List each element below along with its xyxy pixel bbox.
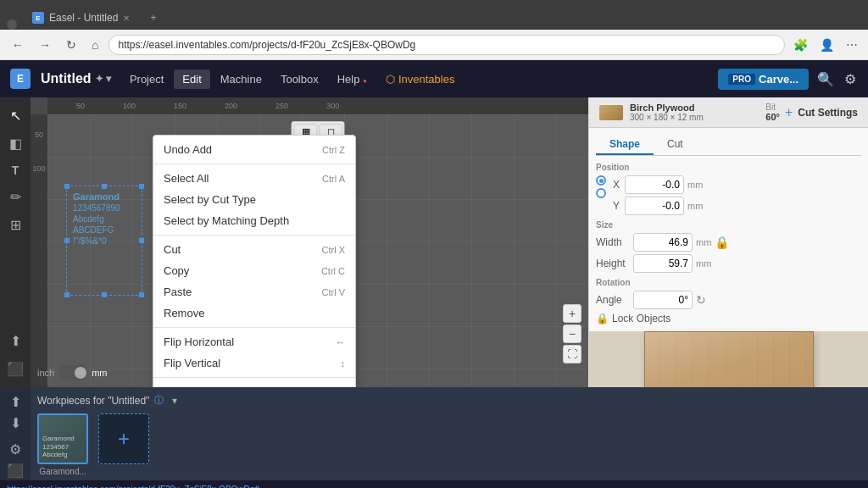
address-bar[interactable] (108, 35, 785, 55)
nav-home-button[interactable]: ⌂ (86, 35, 103, 55)
menu-select-cut-type[interactable]: Select by Cut Type (153, 189, 355, 210)
menu-remove-label: Remove (164, 307, 204, 319)
menu-sep-2 (153, 235, 355, 236)
add-material-button[interactable]: + (785, 105, 793, 120)
nav-reload-button[interactable]: ↻ (61, 35, 81, 55)
menu-flip-v[interactable]: Flip Vertical ↕ (153, 352, 355, 374)
workpiece-sidebar-icon-1[interactable]: ⬆ (10, 394, 21, 410)
menu-select-all[interactable]: Select All Ctrl A (153, 168, 355, 189)
canvas-text-element[interactable]: Garamond 1234567890 Abcdefg ABCDEFG !"/$… (73, 191, 120, 247)
menu-undo-add[interactable]: Undo Add Ctrl Z (153, 139, 355, 160)
settings-header-icon[interactable]: ⚙ (843, 69, 858, 89)
menu-select-cut-type-label: Select by Cut Type (164, 193, 256, 206)
menu-paste[interactable]: Paste Ctrl V (153, 281, 355, 302)
bit-value: 60° (765, 112, 780, 122)
sidebar-text-tool[interactable]: T (8, 160, 23, 180)
menu-sep-3 (153, 327, 355, 328)
menu-edit[interactable]: Edit (174, 69, 209, 89)
position-radio-2[interactable] (596, 188, 606, 198)
new-tab-button[interactable]: + (140, 6, 166, 30)
bit-label: Bit (765, 103, 780, 112)
menu-copy[interactable]: Copy Ctrl C (153, 260, 355, 281)
position-radio-1[interactable] (596, 175, 606, 186)
angle-label: Angle (596, 294, 630, 306)
workpiece-thumb-1[interactable]: Garamond 1234567 Abcdefg (37, 413, 88, 464)
angle-input[interactable] (633, 291, 693, 309)
menu-send-backward[interactable]: Send Backward Ctrl [ (153, 381, 355, 387)
zoom-out-button[interactable]: − (563, 324, 581, 343)
tab-close-button[interactable]: ✕ (123, 14, 130, 23)
menu-paste-label: Paste (164, 286, 192, 298)
menu-select-all-label: Select All (164, 172, 209, 185)
workpiece-info-icon[interactable]: ⓘ (154, 394, 164, 407)
width-input[interactable] (633, 233, 693, 252)
material-name: Birch Plywood (630, 103, 704, 113)
menu-send-backward-shortcut: Ctrl [ (326, 387, 345, 388)
sidebar-pen-tool[interactable]: ✏ (7, 186, 25, 208)
workpiece-sidebar-icon-4[interactable]: ⬛ (7, 463, 24, 479)
app-title: Untitled ✦ ▾ (41, 71, 111, 86)
workpiece-sidebar-icon-2[interactable]: ⬇ (10, 415, 21, 431)
add-workpiece-button[interactable]: + (98, 413, 149, 464)
search-header-icon[interactable]: 🔍 (815, 69, 836, 89)
tab-cut[interactable]: Cut (654, 135, 697, 155)
workpiece-panel: ⬆ ⬇ ⚙ ⬛ Workpieces for "Untitled" ⓘ ▾ Ga… (0, 387, 868, 480)
profile-icon[interactable]: 👤 (816, 36, 837, 53)
menu-select-all-shortcut: Ctrl A (322, 174, 345, 184)
menu-toolbox[interactable]: Toolbox (272, 69, 327, 89)
lock-objects-label: Lock Objects (612, 313, 670, 324)
width-label: Width (596, 236, 630, 248)
sidebar-import-tool[interactable]: ⬆ (7, 330, 25, 352)
menu-copy-shortcut: Ctrl C (321, 266, 345, 276)
y-position-input[interactable] (625, 197, 684, 215)
menu-select-depth[interactable]: Select by Matching Depth (153, 210, 355, 231)
workpiece-label-1: Garamond... (39, 467, 86, 476)
menu-flip-h[interactable]: Flip Horizontal ↔ (153, 331, 355, 352)
menu-select-depth-label: Select by Matching Depth (164, 214, 289, 227)
zoom-fit-button[interactable]: ⛶ (563, 345, 581, 363)
status-bar: https://easel.inventables.com/projects/d… (0, 480, 868, 488)
sidebar-cursor-tool[interactable]: ↖ (7, 104, 25, 127)
height-label: Height (596, 258, 630, 269)
menu-send-backward-label: Send Backward (164, 385, 241, 387)
tab-shape[interactable]: Shape (596, 135, 654, 155)
zoom-in-button[interactable]: + (563, 304, 581, 323)
left-sidebar: ↖ ◧ T ✏ ⊞ ⬆ ⬛ (0, 97, 31, 387)
rotation-icon[interactable]: ↻ (696, 293, 706, 307)
tab-title: Easel - Untitled (49, 12, 118, 24)
x-position-input[interactable] (625, 175, 684, 194)
menu-machine[interactable]: Machine (212, 69, 270, 89)
menu-cut-shortcut: Ctrl X (322, 245, 346, 255)
height-input[interactable] (633, 254, 693, 273)
nav-back-button[interactable]: ← (7, 35, 29, 55)
menu-inventables[interactable]: ⬡ Inventables (377, 69, 464, 89)
menu-help[interactable]: Help ● (329, 69, 376, 89)
menu-bar: Project Edit Machine Toolbox Help ● ⬡ In… (121, 69, 708, 89)
workpiece-expand-icon[interactable]: ▾ (172, 395, 177, 407)
lock-objects-row[interactable]: 🔒 Lock Objects (596, 313, 861, 324)
menu-remove[interactable]: Remove (153, 302, 355, 324)
menu-cut[interactable]: Cut Ctrl X (153, 239, 355, 260)
unit-label-inch: inch (37, 368, 54, 378)
unit-toggle[interactable] (58, 365, 88, 380)
browser-tab-active[interactable]: E Easel - Untitled ✕ (22, 6, 140, 30)
menu-sep-1 (153, 164, 355, 164)
menu-undo-add-label: Undo Add (164, 143, 212, 156)
sidebar-apps-tool[interactable]: ⊞ (7, 214, 25, 236)
browser-more-icon[interactable]: ⋯ (843, 36, 861, 53)
extensions-icon[interactable]: 🧩 (790, 36, 811, 53)
sidebar-shapes-tool[interactable]: ◧ (6, 132, 25, 155)
lock-icon[interactable]: 🔒 (715, 236, 729, 249)
menu-flip-h-shortcut: ↔ (336, 337, 345, 347)
sidebar-box-tool[interactable]: ⬛ (3, 358, 27, 380)
menu-flip-h-label: Flip Horizontal (164, 336, 234, 348)
title-star: ✦ ▾ (95, 73, 111, 85)
menu-sep-4 (153, 377, 355, 378)
size-label: Size (596, 220, 861, 230)
carve-button[interactable]: PRO Carve... (718, 69, 809, 90)
menu-project[interactable]: Project (121, 69, 172, 89)
y-unit-label: mm (687, 201, 703, 211)
nav-forward-button[interactable]: → (34, 35, 56, 55)
unit-label-mm: mm (92, 368, 107, 378)
workpiece-sidebar-icon-3[interactable]: ⚙ (9, 441, 21, 458)
